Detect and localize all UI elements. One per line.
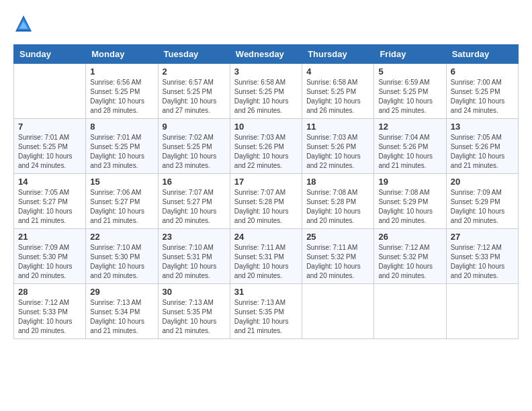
weekday-header-thursday: Thursday <box>302 45 374 64</box>
weekday-header-monday: Monday <box>86 45 158 64</box>
calendar-cell: 16Sunrise: 7:07 AM Sunset: 5:27 PM Dayli… <box>158 174 230 229</box>
day-info: Sunrise: 7:12 AM Sunset: 5:33 PM Dayligh… <box>451 243 514 281</box>
calendar-cell: 8Sunrise: 7:01 AM Sunset: 5:25 PM Daylig… <box>86 119 158 174</box>
day-number: 18 <box>306 177 369 187</box>
calendar-cell <box>302 284 374 339</box>
day-info: Sunrise: 7:06 AM Sunset: 5:27 PM Dayligh… <box>90 188 153 226</box>
calendar-week-3: 14Sunrise: 7:05 AM Sunset: 5:27 PM Dayli… <box>14 174 519 229</box>
day-info: Sunrise: 7:12 AM Sunset: 5:33 PM Dayligh… <box>18 298 81 336</box>
logo <box>13 13 36 34</box>
day-number: 26 <box>378 232 441 242</box>
day-number: 13 <box>451 122 514 132</box>
day-info: Sunrise: 6:59 AM Sunset: 5:25 PM Dayligh… <box>378 78 441 116</box>
day-info: Sunrise: 6:58 AM Sunset: 5:25 PM Dayligh… <box>234 78 298 116</box>
day-info: Sunrise: 7:01 AM Sunset: 5:25 PM Dayligh… <box>90 133 153 171</box>
day-number: 29 <box>90 287 153 297</box>
calendar-week-1: 1Sunrise: 6:56 AM Sunset: 5:25 PM Daylig… <box>14 64 519 119</box>
calendar-cell: 26Sunrise: 7:12 AM Sunset: 5:32 PM Dayli… <box>374 229 446 284</box>
day-number: 21 <box>18 232 81 242</box>
day-info: Sunrise: 7:08 AM Sunset: 5:29 PM Dayligh… <box>378 188 441 226</box>
day-info: Sunrise: 7:01 AM Sunset: 5:25 PM Dayligh… <box>18 133 81 171</box>
weekday-header-friday: Friday <box>374 45 446 64</box>
day-info: Sunrise: 7:08 AM Sunset: 5:28 PM Dayligh… <box>306 188 369 226</box>
day-info: Sunrise: 7:12 AM Sunset: 5:32 PM Dayligh… <box>378 243 441 281</box>
calendar-cell: 30Sunrise: 7:13 AM Sunset: 5:35 PM Dayli… <box>158 284 230 339</box>
day-info: Sunrise: 7:10 AM Sunset: 5:31 PM Dayligh… <box>163 243 226 281</box>
calendar-cell: 24Sunrise: 7:11 AM Sunset: 5:31 PM Dayli… <box>230 229 302 284</box>
day-number: 4 <box>306 66 369 77</box>
calendar-cell: 15Sunrise: 7:06 AM Sunset: 5:27 PM Dayli… <box>86 174 158 229</box>
day-number: 15 <box>90 177 153 187</box>
day-number: 25 <box>306 232 369 242</box>
day-info: Sunrise: 7:04 AM Sunset: 5:26 PM Dayligh… <box>378 133 441 171</box>
calendar-cell: 17Sunrise: 7:07 AM Sunset: 5:28 PM Dayli… <box>230 174 302 229</box>
calendar-cell: 22Sunrise: 7:10 AM Sunset: 5:30 PM Dayli… <box>86 229 158 284</box>
calendar-cell: 6Sunrise: 7:00 AM Sunset: 5:25 PM Daylig… <box>446 64 518 119</box>
calendar-cell: 10Sunrise: 7:03 AM Sunset: 5:26 PM Dayli… <box>230 119 302 174</box>
day-info: Sunrise: 6:57 AM Sunset: 5:25 PM Dayligh… <box>163 78 226 116</box>
calendar-body: 1Sunrise: 6:56 AM Sunset: 5:25 PM Daylig… <box>14 64 519 339</box>
calendar-cell: 11Sunrise: 7:03 AM Sunset: 5:26 PM Dayli… <box>302 119 374 174</box>
day-info: Sunrise: 7:07 AM Sunset: 5:28 PM Dayligh… <box>234 188 298 226</box>
day-number: 5 <box>378 66 441 77</box>
day-info: Sunrise: 7:10 AM Sunset: 5:30 PM Dayligh… <box>90 243 153 281</box>
day-number: 19 <box>378 177 441 187</box>
calendar-week-2: 7Sunrise: 7:01 AM Sunset: 5:25 PM Daylig… <box>14 119 519 174</box>
day-number: 8 <box>90 122 153 132</box>
calendar-cell: 28Sunrise: 7:12 AM Sunset: 5:33 PM Dayli… <box>14 284 86 339</box>
calendar-table: SundayMondayTuesdayWednesdayThursdayFrid… <box>13 44 519 339</box>
day-number: 2 <box>163 66 226 77</box>
calendar-cell: 31Sunrise: 7:13 AM Sunset: 5:35 PM Dayli… <box>230 284 302 339</box>
day-info: Sunrise: 7:00 AM Sunset: 5:25 PM Dayligh… <box>451 78 514 116</box>
day-number: 31 <box>234 287 298 297</box>
calendar-cell: 7Sunrise: 7:01 AM Sunset: 5:25 PM Daylig… <box>14 119 86 174</box>
day-info: Sunrise: 7:11 AM Sunset: 5:31 PM Dayligh… <box>234 243 298 281</box>
day-info: Sunrise: 6:56 AM Sunset: 5:25 PM Dayligh… <box>90 78 153 116</box>
calendar-cell <box>374 284 446 339</box>
calendar-cell: 21Sunrise: 7:09 AM Sunset: 5:30 PM Dayli… <box>14 229 86 284</box>
day-number: 14 <box>18 177 81 187</box>
day-number: 10 <box>234 122 298 132</box>
day-info: Sunrise: 7:05 AM Sunset: 5:26 PM Dayligh… <box>451 133 514 171</box>
calendar-week-4: 21Sunrise: 7:09 AM Sunset: 5:30 PM Dayli… <box>14 229 519 284</box>
day-info: Sunrise: 7:07 AM Sunset: 5:27 PM Dayligh… <box>163 188 226 226</box>
calendar-cell: 19Sunrise: 7:08 AM Sunset: 5:29 PM Dayli… <box>374 174 446 229</box>
day-number: 17 <box>234 177 298 187</box>
day-number: 28 <box>18 287 81 297</box>
calendar-cell: 5Sunrise: 6:59 AM Sunset: 5:25 PM Daylig… <box>374 64 446 119</box>
calendar-cell: 20Sunrise: 7:09 AM Sunset: 5:29 PM Dayli… <box>446 174 518 229</box>
day-number: 24 <box>234 232 298 242</box>
calendar-cell: 29Sunrise: 7:13 AM Sunset: 5:34 PM Dayli… <box>86 284 158 339</box>
day-number: 6 <box>451 66 514 77</box>
day-number: 12 <box>378 122 441 132</box>
day-number: 1 <box>90 66 153 77</box>
calendar-cell: 12Sunrise: 7:04 AM Sunset: 5:26 PM Dayli… <box>374 119 446 174</box>
day-info: Sunrise: 7:13 AM Sunset: 5:34 PM Dayligh… <box>90 298 153 336</box>
calendar-cell <box>446 284 518 339</box>
day-number: 30 <box>163 287 226 297</box>
calendar-cell: 25Sunrise: 7:11 AM Sunset: 5:32 PM Dayli… <box>302 229 374 284</box>
calendar-cell: 2Sunrise: 6:57 AM Sunset: 5:25 PM Daylig… <box>158 64 230 119</box>
day-info: Sunrise: 7:05 AM Sunset: 5:27 PM Dayligh… <box>18 188 81 226</box>
day-number: 20 <box>451 177 514 187</box>
calendar-cell: 1Sunrise: 6:56 AM Sunset: 5:25 PM Daylig… <box>86 64 158 119</box>
day-number: 22 <box>90 232 153 242</box>
calendar-cell: 9Sunrise: 7:02 AM Sunset: 5:25 PM Daylig… <box>158 119 230 174</box>
calendar-week-5: 28Sunrise: 7:12 AM Sunset: 5:33 PM Dayli… <box>14 284 519 339</box>
weekday-header-saturday: Saturday <box>446 45 518 64</box>
day-number: 11 <box>306 122 369 132</box>
calendar-cell: 3Sunrise: 6:58 AM Sunset: 5:25 PM Daylig… <box>230 64 302 119</box>
day-number: 7 <box>18 122 81 132</box>
day-number: 23 <box>163 232 226 242</box>
page-header <box>13 13 519 34</box>
calendar-cell: 13Sunrise: 7:05 AM Sunset: 5:26 PM Dayli… <box>446 119 518 174</box>
day-info: Sunrise: 7:02 AM Sunset: 5:25 PM Dayligh… <box>163 133 226 171</box>
day-info: Sunrise: 7:09 AM Sunset: 5:29 PM Dayligh… <box>451 188 514 226</box>
day-info: Sunrise: 7:11 AM Sunset: 5:32 PM Dayligh… <box>306 243 369 281</box>
calendar-cell: 18Sunrise: 7:08 AM Sunset: 5:28 PM Dayli… <box>302 174 374 229</box>
day-info: Sunrise: 7:03 AM Sunset: 5:26 PM Dayligh… <box>234 133 298 171</box>
calendar-cell: 23Sunrise: 7:10 AM Sunset: 5:31 PM Dayli… <box>158 229 230 284</box>
day-number: 9 <box>163 122 226 132</box>
weekday-header-tuesday: Tuesday <box>158 45 230 64</box>
day-number: 27 <box>451 232 514 242</box>
